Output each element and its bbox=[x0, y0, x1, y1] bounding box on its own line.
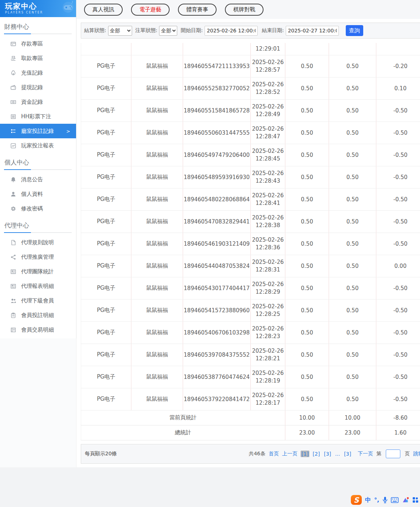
page-size-text: 每頁顯示20條 bbox=[85, 451, 117, 457]
sidebar-item-label: 代理推廣管理 bbox=[21, 254, 54, 261]
page-jump-input[interactable] bbox=[386, 449, 400, 458]
first-page-link[interactable]: 首页 bbox=[269, 451, 279, 457]
keyboard-icon[interactable] bbox=[391, 497, 399, 503]
valid-amount-cell: 0.50 bbox=[329, 188, 376, 210]
tab-board-games[interactable]: 棋牌對戰 bbox=[225, 4, 264, 16]
sidebar-item-label: 代理下級會員 bbox=[21, 297, 54, 304]
winloss-cell: 0.10 bbox=[376, 77, 420, 99]
tab-electronic-games[interactable]: 電子遊藝 bbox=[131, 4, 170, 16]
winloss-cell: -0.50 bbox=[376, 366, 420, 388]
time-cell: 2025-02-2612:28:29 bbox=[251, 277, 285, 299]
tab-live-video[interactable]: 真人視訊 bbox=[84, 4, 123, 16]
clipboard-icon bbox=[10, 312, 16, 318]
sidebar-item-deposit-zone[interactable]: 存款專區 bbox=[0, 36, 76, 51]
platform-cell: PG电子 bbox=[81, 388, 131, 410]
winloss-cell: 0.00 bbox=[376, 255, 420, 277]
sidebar-item-label: 廳室投註記錄 bbox=[21, 128, 54, 135]
bet-amount-cell: 0.50 bbox=[285, 166, 329, 188]
sidebar-item-withdraw-zone[interactable]: 取款專區 bbox=[0, 51, 76, 66]
game-cell: 鼠鼠福福 bbox=[131, 99, 183, 122]
sidebar-item-funds-record[interactable]: 資金記錄 bbox=[0, 95, 76, 109]
order-status-select[interactable]: 全部 bbox=[159, 26, 177, 36]
winloss-cell: -0.50 bbox=[376, 210, 420, 233]
sidebar-item-agent-sub-members[interactable]: 代理下級會員 bbox=[0, 293, 76, 308]
apps-grid-icon[interactable] bbox=[412, 497, 419, 503]
time-cell: 2025-02-2612:28:57 bbox=[251, 55, 285, 77]
platform-cell: PG电子 bbox=[81, 344, 131, 366]
platform-cell: PG电子 bbox=[81, 321, 131, 344]
valid-amount-cell: 0.50 bbox=[329, 255, 376, 277]
valid-amount-cell: 0.50 bbox=[329, 321, 376, 344]
ime-language-toggle[interactable]: 中 bbox=[365, 497, 371, 503]
sidebar-item-notice[interactable]: 消息公告 bbox=[0, 172, 76, 187]
sidebar-item-member-trans-detail[interactable]: 會員交易明細 bbox=[0, 322, 76, 337]
order-id-cell: 1894605387760474624 bbox=[183, 366, 251, 388]
bell-icon bbox=[10, 177, 16, 183]
start-date-input[interactable] bbox=[205, 26, 258, 36]
page-number-link[interactable]: ... bbox=[334, 451, 341, 457]
ime-punctuation-toggle[interactable]: °, bbox=[374, 497, 379, 503]
sidebar-item-hh-lottery-bet[interactable]: HH彩票下注 bbox=[0, 109, 76, 124]
page-number-link[interactable]: [3] bbox=[343, 451, 352, 457]
summary-label-cell: 總統計 bbox=[81, 425, 285, 440]
platform-cell: PG电子 bbox=[81, 77, 131, 99]
table-row: PG电子 鼠鼠福福 1894605489593916930 2025-02-26… bbox=[81, 166, 420, 188]
jump-suffix-label: 页 bbox=[405, 451, 410, 457]
sidebar-item-agent-promotion[interactable]: 代理推廣管理 bbox=[0, 250, 76, 264]
order-id-cell: 1894605506031447555 bbox=[183, 122, 251, 144]
bet-amount-cell: 0.50 bbox=[285, 321, 329, 344]
sidebar-item-member-bet-detail[interactable]: 會員投註明細 bbox=[0, 308, 76, 322]
settle-status-select[interactable]: 全部 bbox=[108, 26, 132, 36]
page-number-link[interactable]: [1] bbox=[301, 451, 309, 457]
sidebar-item-label: 提現記錄 bbox=[21, 84, 43, 91]
sidebar-item-profile[interactable]: 個人資料 bbox=[0, 187, 76, 201]
start-date-label: 開始日期: bbox=[181, 27, 203, 34]
person-icon bbox=[10, 191, 16, 197]
next-page-link[interactable]: 下一页 bbox=[358, 451, 373, 457]
game-cell bbox=[131, 43, 183, 55]
sogou-logo-icon[interactable]: S bbox=[351, 495, 362, 505]
game-cell: 鼠鼠福福 bbox=[131, 210, 183, 233]
sidebar-item-change-password[interactable]: 修改密碼 bbox=[0, 201, 76, 216]
game-cell: 鼠鼠福福 bbox=[131, 188, 183, 210]
settle-status-label: 結算狀態: bbox=[84, 27, 106, 34]
platform-cell: PG电子 bbox=[81, 188, 131, 210]
sidebar-item-label: HH彩票下注 bbox=[21, 113, 51, 120]
time-cell: 2025-02-2612:28:19 bbox=[251, 366, 285, 388]
sidebar-item-withdraw-record[interactable]: 提現記錄 bbox=[0, 80, 76, 95]
sidebar-item-agent-team-stats[interactable]: 代理團隊統計 bbox=[0, 264, 76, 279]
sidebar-item-label: 代理規則說明 bbox=[21, 239, 54, 246]
sidebar-item-agent-rules[interactable]: 代理規則說明 bbox=[0, 235, 76, 250]
valid-amount-cell: 0.50 bbox=[329, 344, 376, 366]
game-cell: 鼠鼠福福 bbox=[131, 233, 183, 255]
microphone-icon[interactable] bbox=[383, 496, 388, 503]
sidebar-item-label: 玩家投注報表 bbox=[21, 142, 54, 149]
bet-amount-cell: 0.50 bbox=[285, 233, 329, 255]
app-logo[interactable]: 玩家中心 PLAYERS CENTER bbox=[0, 0, 76, 17]
search-button[interactable]: 查詢 bbox=[346, 25, 363, 36]
winloss-cell: -0.50 bbox=[376, 144, 420, 166]
time-cell: 2025-02-2612:28:49 bbox=[251, 99, 285, 122]
page-number-link[interactable]: [3] bbox=[323, 451, 332, 457]
sidebar-item-label: 存款專區 bbox=[21, 40, 43, 47]
game-category-tabbar: 真人視訊電子遊藝體育賽事棋牌對戰 bbox=[76, 0, 420, 19]
bet-amount-cell: 0.50 bbox=[285, 188, 329, 210]
tab-sports[interactable]: 體育賽事 bbox=[178, 4, 217, 16]
bet-amount-cell: 23.00 bbox=[285, 425, 329, 440]
sidebar-item-player-bet-report[interactable]: 玩家投注報表 bbox=[0, 138, 76, 153]
sidebar-item-room-bet-record[interactable]: 廳室投註記錄 > bbox=[0, 124, 76, 138]
prev-page-link[interactable]: 上一页 bbox=[282, 451, 297, 457]
sidebar-item-agent-report-detail[interactable]: 代理報表明細 bbox=[0, 279, 76, 293]
pagination-bar: 每頁顯示20條 共46条 首页 上一页 [1][2][3]...[3] 下一页 … bbox=[81, 444, 420, 464]
skin-palette-icon[interactable] bbox=[402, 497, 409, 503]
order-id-cell: 1894605397084375552 bbox=[183, 344, 251, 366]
sidebar-item-recharge-record[interactable]: 充值記錄 bbox=[0, 66, 76, 80]
platform-cell: PG电子 bbox=[81, 55, 131, 77]
page-number-link[interactable]: [2] bbox=[312, 451, 321, 457]
order-status-label: 注單狀態: bbox=[135, 27, 158, 34]
end-date-input[interactable] bbox=[286, 26, 339, 36]
jump-action-link[interactable]: 跳转 bbox=[413, 451, 420, 457]
table-row: PG电子 鼠鼠福福 1894605480228068864 2025-02-26… bbox=[81, 188, 420, 210]
order-id-cell: 1894605415723880960 bbox=[183, 299, 251, 321]
people-icon bbox=[10, 298, 16, 304]
